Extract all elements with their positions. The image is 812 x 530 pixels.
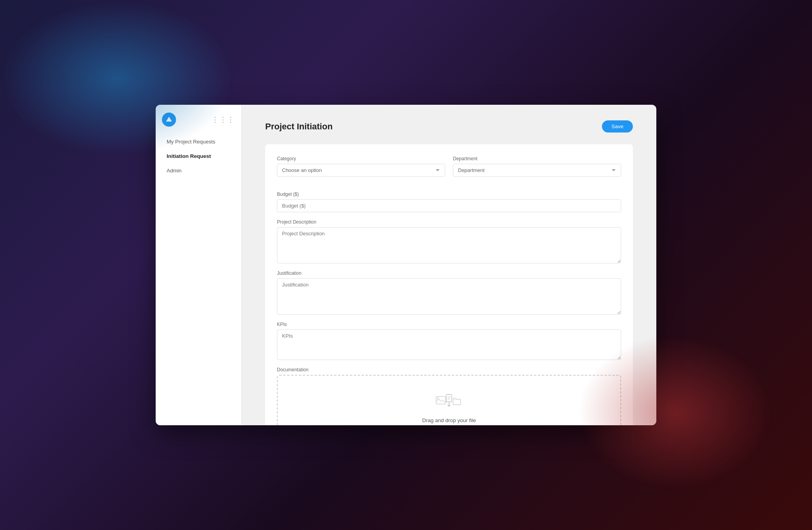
- sidebar-header: ⋮⋮⋮: [156, 111, 241, 134]
- category-select[interactable]: Choose an option: [277, 164, 445, 177]
- justification-textarea[interactable]: [277, 278, 621, 315]
- upload-icons-container: [286, 391, 613, 413]
- upload-dropzone[interactable]: Drag and drop your file Select a file to…: [277, 375, 621, 425]
- grid-dots-icon[interactable]: ⋮⋮⋮: [212, 115, 235, 124]
- category-group: Category Choose an option: [277, 156, 445, 177]
- documentation-group: Documentation: [277, 367, 621, 425]
- main-content: Project Initiation Save Category Choose …: [242, 105, 656, 425]
- save-button[interactable]: Save: [602, 120, 633, 132]
- budget-group: Budget ($): [277, 192, 621, 212]
- sidebar-item-admin[interactable]: Admin: [159, 164, 238, 177]
- project-description-group: Project Description: [277, 219, 621, 263]
- upload-svg-icon: [435, 391, 463, 413]
- upload-drag-text: Drag and drop your file: [286, 417, 613, 423]
- page-title: Project Initiation: [265, 122, 332, 132]
- form-container: Category Choose an option Department Dep…: [265, 144, 633, 425]
- app-window: ⋮⋮⋮ My Project Requests Initiation Reque…: [156, 105, 656, 425]
- sidebar: ⋮⋮⋮ My Project Requests Initiation Reque…: [156, 105, 242, 425]
- department-select[interactable]: Department: [453, 164, 621, 177]
- justification-label: Justification: [277, 270, 621, 276]
- kpis-group: KPIs: [277, 322, 621, 360]
- department-label: Department: [453, 156, 621, 161]
- kpis-label: KPIs: [277, 322, 621, 327]
- project-description-label: Project Description: [277, 219, 621, 225]
- budget-input[interactable]: [277, 199, 621, 212]
- category-label: Category: [277, 156, 445, 161]
- sidebar-item-initiation-request[interactable]: Initiation Request: [159, 149, 238, 163]
- department-group: Department Department: [453, 156, 621, 177]
- project-description-textarea[interactable]: [277, 227, 621, 263]
- category-department-row: Category Choose an option Department Dep…: [277, 156, 621, 184]
- kpis-textarea[interactable]: [277, 329, 621, 360]
- budget-label: Budget ($): [277, 192, 621, 197]
- sidebar-item-my-project-requests[interactable]: My Project Requests: [159, 135, 238, 149]
- justification-group: Justification: [277, 270, 621, 315]
- documentation-label: Documentation: [277, 367, 621, 372]
- page-header: Project Initiation Save: [265, 120, 633, 132]
- logo-icon[interactable]: [162, 113, 176, 127]
